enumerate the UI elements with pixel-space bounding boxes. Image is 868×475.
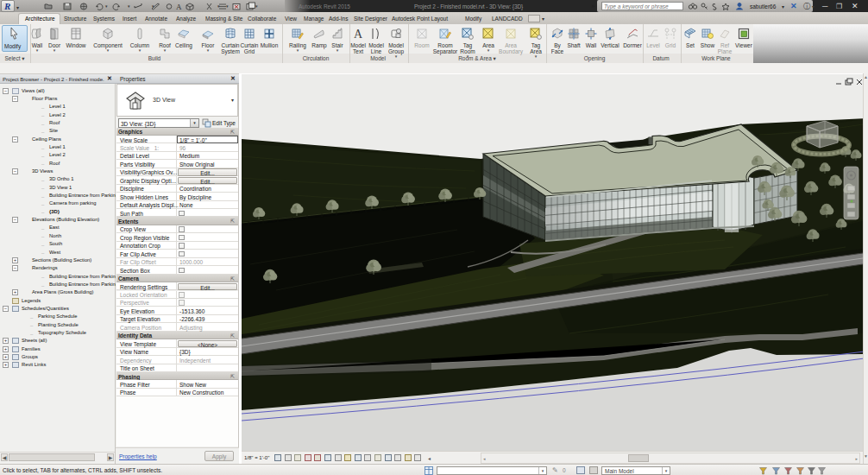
svg-text:A: A [354, 28, 363, 41]
svg-text:A: A [176, 3, 182, 10]
